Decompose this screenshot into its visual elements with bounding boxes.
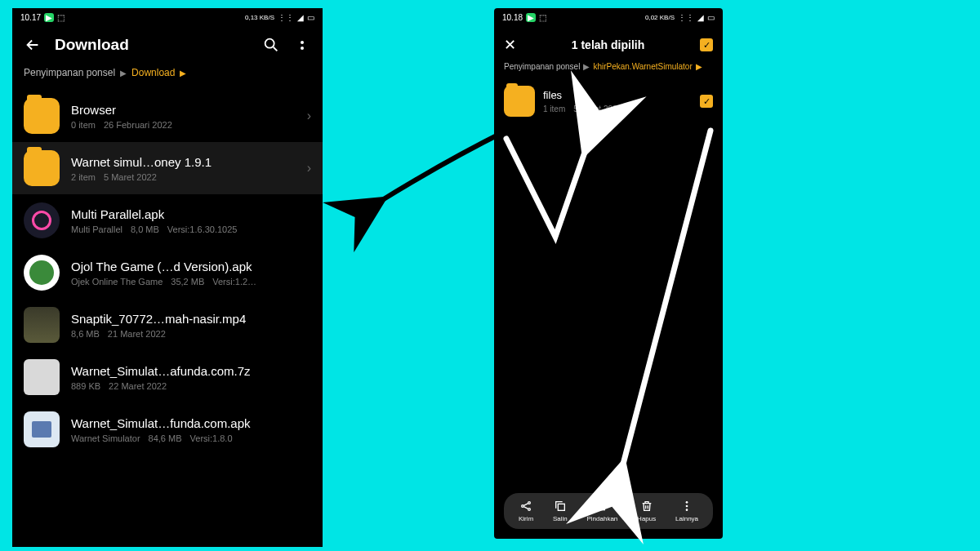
item-name: files (543, 89, 692, 101)
annotation-arrow (376, 131, 506, 204)
signal-icon: ◢ (697, 13, 704, 22)
action-bar: Kirim Salin Pindahkan Hapus Lainnya (504, 493, 713, 529)
signal-icon: ◢ (297, 13, 304, 22)
item-name: Multi Parallel.apk (71, 207, 311, 221)
app-icon (24, 411, 60, 447)
video-thumb (24, 307, 60, 343)
archive-icon (24, 359, 60, 395)
whatsapp-icon: ▶ (44, 13, 54, 22)
chevron-right-icon: › (307, 161, 311, 176)
wifi-icon: ⋮⋮ (278, 13, 294, 22)
list-item[interactable]: Snaptik_70772…mah-nasir.mp4 8,6 MB21 Mar… (12, 299, 323, 351)
svg-point-8 (686, 509, 688, 511)
status-time: 10.18 (502, 13, 523, 22)
action-label: Hapus (637, 515, 656, 522)
app-icon (24, 202, 60, 238)
chevron-right-icon: ▶ (583, 62, 590, 71)
right-screenshot: 10.18 ▶ ⬚ 0,02 KB/S ⋮⋮ ◢ ▭ ✕ 1 telah dip… (494, 8, 723, 539)
close-button[interactable]: ✕ (504, 36, 516, 54)
breadcrumb-root[interactable]: Penyimpanan ponsel (24, 67, 115, 78)
list-item[interactable]: Warnet_Simulat…funda.com.apk Warnet Simu… (12, 403, 323, 455)
svg-point-0 (265, 39, 274, 48)
item-name: Warnet_Simulat…funda.com.apk (71, 416, 311, 430)
share-button[interactable]: Kirim (519, 500, 533, 522)
svg-point-2 (528, 502, 531, 504)
item-name: Warnet simul…oney 1.9.1 (71, 155, 296, 169)
chevron-right-icon: › (307, 109, 311, 123)
svg-rect-4 (558, 504, 564, 510)
item-checkbox[interactable]: ✓ (700, 95, 713, 108)
folder-icon (504, 86, 535, 117)
breadcrumb-root[interactable]: Penyimpanan ponsel (504, 62, 580, 71)
selection-title: 1 telah dipilih (524, 38, 692, 51)
chevron-right-icon: ▶ (696, 62, 702, 71)
move-button[interactable]: Pindahkan (587, 500, 618, 522)
battery-icon: ▭ (307, 13, 314, 22)
net-speed: 0,02 KB/S (645, 14, 675, 21)
list-item[interactable]: Ojol The Game (…d Version).apk Ojek Onli… (12, 247, 323, 299)
svg-point-3 (528, 509, 531, 511)
status-bar: 10.18 ▶ ⬚ 0,02 KB/S ⋮⋮ ◢ ▭ (494, 8, 723, 26)
copy-button[interactable]: Salin (553, 500, 568, 522)
breadcrumb-leaf[interactable]: Download (131, 67, 175, 78)
breadcrumb[interactable]: Penyimpanan ponsel ▶ khirPekan.WarnetSim… (494, 62, 723, 79)
item-name: Snaptik_70772…mah-nasir.mp4 (71, 312, 311, 326)
whatsapp-icon: ▶ (526, 13, 536, 22)
cast-icon: ⬚ (539, 13, 546, 22)
page-title: Download (55, 36, 249, 54)
app-bar: Download (12, 26, 323, 67)
left-screenshot: 10.17 ▶ ⬚ 0,13 KB/S ⋮⋮ ◢ ▭ Download Peny… (12, 8, 323, 547)
action-label: Kirim (519, 515, 533, 522)
item-name: Ojol The Game (…d Version).apk (71, 260, 311, 273)
app-icon (24, 255, 60, 291)
list-item[interactable]: files 1 item5 Maret 2022 ✓ (494, 79, 723, 123)
select-all-checkbox[interactable]: ✓ (700, 38, 713, 51)
item-name: Browser (71, 103, 296, 117)
action-label: Pindahkan (587, 515, 618, 522)
list-item[interactable]: Browser 0 item26 Februari 2022 › (12, 90, 323, 142)
folder-icon (24, 150, 60, 186)
delete-button[interactable]: Hapus (637, 500, 656, 522)
status-time: 10.17 (20, 13, 41, 22)
breadcrumb-leaf[interactable]: khirPekan.WarnetSimulator (593, 62, 692, 71)
more-button[interactable] (293, 36, 311, 54)
svg-point-6 (686, 501, 688, 504)
chevron-right-icon: ▶ (180, 69, 186, 78)
svg-point-1 (522, 505, 524, 508)
action-label: Salin (553, 515, 568, 522)
action-label: Lainnya (675, 515, 698, 522)
list-item[interactable]: Multi Parallel.apk Multi Parallel8,0 MBV… (12, 194, 323, 247)
chevron-right-icon: ▶ (120, 69, 127, 78)
status-bar: 10.17 ▶ ⬚ 0,13 KB/S ⋮⋮ ◢ ▭ (12, 8, 323, 26)
svg-point-7 (686, 505, 688, 508)
selection-bar: ✕ 1 telah dipilih ✓ (494, 26, 723, 62)
item-name: Warnet_Simulat…afunda.com.7z (71, 364, 311, 378)
folder-icon (24, 98, 60, 134)
wifi-icon: ⋮⋮ (678, 13, 694, 22)
list-item[interactable]: Warnet simul…oney 1.9.1 2 item5 Maret 20… (12, 142, 323, 194)
list-item[interactable]: Warnet_Simulat…afunda.com.7z 889 KB22 Ma… (12, 351, 323, 403)
more-button[interactable]: Lainnya (675, 500, 698, 522)
breadcrumb[interactable]: Penyimpanan ponsel ▶ Download ▶ (12, 67, 323, 90)
net-speed: 0,13 KB/S (245, 14, 274, 21)
cast-icon: ⬚ (57, 13, 65, 22)
back-button[interactable] (24, 36, 42, 54)
battery-icon: ▭ (707, 13, 715, 22)
search-button[interactable] (262, 36, 280, 54)
